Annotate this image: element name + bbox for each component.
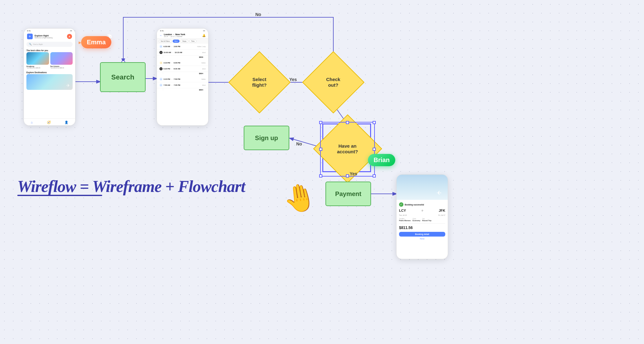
explore-nav-bar: ⌂ 🧭 👤 — [24, 118, 75, 125]
airline-dot-3: ★ — [159, 61, 163, 64]
explore-status-bar: 9:41 ▪▪▪ — [24, 29, 75, 32]
emma-avatar: 🖱 Emma — [81, 36, 111, 48]
have-account-diamond: Have anaccount? — [322, 123, 371, 172]
price-2: $964 — [197, 72, 206, 75]
hongkong-image — [26, 52, 49, 65]
filter-time: Time — [189, 40, 197, 43]
booking-detail-btn[interactable]: Booking detail — [399, 232, 445, 237]
select-flight-diamond: Selectflight? — [237, 60, 281, 104]
flight-time-6b: 7:35 PM — [174, 84, 180, 86]
sanantonio-price: from $40.00 to $68.00 — [50, 67, 73, 69]
filter-stops: Stops — [180, 40, 188, 43]
wireflow-text-line: Wireflow = Wireframe + Flowchart — [17, 177, 245, 195]
explore-search-bar: Find a flight — [26, 42, 73, 47]
explore-city-grid: Hongkong from $33.00 to $38.00 San Anton… — [24, 52, 75, 69]
handle-tl[interactable] — [319, 121, 322, 124]
handle-tr[interactable] — [373, 121, 376, 124]
signup-label: Sign up — [255, 134, 278, 142]
date-return: Fri, Jul 17 — [438, 214, 445, 216]
class-value: Economy — [413, 220, 420, 221]
cursor-icon: 🖱 — [106, 32, 114, 41]
flight-time-5a: 3:15 PM — [164, 78, 170, 80]
bd-trip: Trip Round Trip — [422, 218, 431, 221]
explore-header: Explore flight Welcome to flight booking… — [24, 32, 75, 41]
search-back-icon: ← — [159, 34, 163, 37]
booking-hero-image — [397, 175, 448, 200]
price-row-3: ♡ $964 — [157, 88, 208, 93]
heart-icon-3: ♡ — [159, 89, 164, 91]
mobile-booking-wireframe: ✓ Booking successful LCY ✈ JFK Tue, Jul … — [396, 174, 448, 259]
destinations-image — [26, 74, 73, 90]
flight-time-4a: 6:20 PM — [164, 68, 170, 70]
plane-icon: ✈ — [421, 209, 424, 212]
bd-passenger: Traveller Pedro Moreno — [399, 218, 411, 221]
airline-dot-4: ✈ — [159, 67, 163, 70]
brian-bubble: Brian — [368, 154, 395, 166]
search-header: ← London → New York Jul 14 → Jul 17, 1 t… — [157, 32, 208, 39]
emma-bubble: 🖱 Emma — [81, 36, 111, 48]
nav-profile-icon: 👤 — [64, 121, 68, 124]
airline-dot-5: ✈ — [159, 78, 163, 81]
airline-dot-2: ✈ — [159, 51, 163, 54]
booking-content: ✓ Booking successful LCY ✈ JFK Tue, Jul … — [397, 200, 448, 242]
airport-jfk: JFK — [439, 209, 445, 212]
home-link[interactable]: Home — [399, 238, 445, 240]
flight-time-3a: 3:15 PM — [164, 62, 170, 64]
trip-value: Round Trip — [422, 220, 431, 221]
label-no-checkout: No — [255, 12, 261, 17]
airline-dot-1: ✈ — [159, 45, 163, 48]
checkout-diamond: Checkout? — [311, 60, 355, 104]
date-departure: Tue, Jul 14 — [399, 214, 407, 216]
explore-subtitle: Welcome to flight booking — [35, 37, 65, 39]
hongkong-price: from $33.00 to $38.00 — [26, 67, 49, 69]
hand-emoji: 🤚 — [280, 180, 319, 216]
flight-info-6: direct — [181, 85, 206, 86]
booking-details: Traveller Pedro Moreno Class Economy Tri… — [399, 218, 445, 224]
flight-time-2a: 10:00 AM — [164, 52, 171, 53]
explore-app-icon — [27, 34, 33, 39]
flight-info-3: hidden — [181, 62, 206, 64]
payment-process-box: Payment — [325, 182, 371, 206]
flight-time-4b: 8:30 AM — [174, 68, 180, 70]
mobile-explore-wireframe: 9:41 ▪▪▪ Explore flight Welcome to fligh… — [24, 28, 75, 126]
explore-title-area: Explore flight Welcome to flight booking — [35, 35, 65, 39]
wireflow-heading: Wireflow = Wireframe + Flowchart — [17, 177, 245, 196]
handle-br[interactable] — [373, 174, 376, 177]
nav-explore-icon: 🧭 — [47, 121, 51, 124]
bd-class: Class Economy — [413, 218, 420, 221]
search-route-dates: Jul 14 → Jul 17, 1 traveller — [164, 35, 201, 37]
booking-route: LCY ✈ JFK — [399, 209, 445, 212]
heart-icon-2: ♡ — [159, 72, 164, 75]
flight-time-1a: 6:30 AM — [164, 46, 170, 47]
explore-title: Explore flight — [35, 35, 65, 37]
have-account-label: Have anaccount? — [337, 143, 358, 155]
select-flight-label: Selectflight? — [252, 77, 267, 88]
explore-search-placeholder: Find a flight — [33, 43, 43, 45]
flight-time-6a: 7:55 AM — [164, 84, 170, 86]
explore-section1-title: The best cities for you — [24, 48, 75, 52]
label-no-account: No — [296, 141, 302, 146]
filter-sort: Sort & Filters — [159, 40, 172, 43]
airport-lcy: LCY — [399, 209, 406, 212]
handle-bl[interactable] — [319, 174, 322, 177]
explore-time: 9:41 — [27, 30, 31, 32]
mobile-search-wireframe: 9:41 ▪▪▪ ← London → New York Jul 14 → Ju… — [157, 28, 208, 126]
check-circle-icon: ✓ — [399, 202, 403, 207]
flight-time-1b: 2:00 PM — [174, 46, 180, 47]
flight-info-2: direct — [183, 52, 206, 53]
signup-process-box: Sign up — [244, 126, 289, 150]
flight-info-4: direct — [181, 68, 206, 70]
search-process-box: Search — [100, 62, 146, 92]
flow-connectors — [0, 0, 644, 344]
flight-info-5: hidden — [181, 79, 206, 80]
flight-item-3: ★ 3:15 PM — 6:05 PM hidden — [157, 60, 208, 66]
flight-info-1: hidden 1 stop — [181, 46, 206, 47]
price-row-1: ♡ $806 — [157, 56, 208, 60]
flight-time-3b: 6:05 PM — [174, 62, 180, 64]
nav-home-icon: ⌂ — [31, 121, 33, 124]
flight-item-2: ✈ 10:00 AM — 10:15 AM direct — [157, 50, 208, 56]
brian-name: Brian — [374, 156, 390, 163]
booking-success-row: ✓ Booking successful — [399, 202, 445, 207]
emma-name: Emma — [87, 39, 106, 46]
label-yes-account: Yes — [350, 171, 357, 176]
